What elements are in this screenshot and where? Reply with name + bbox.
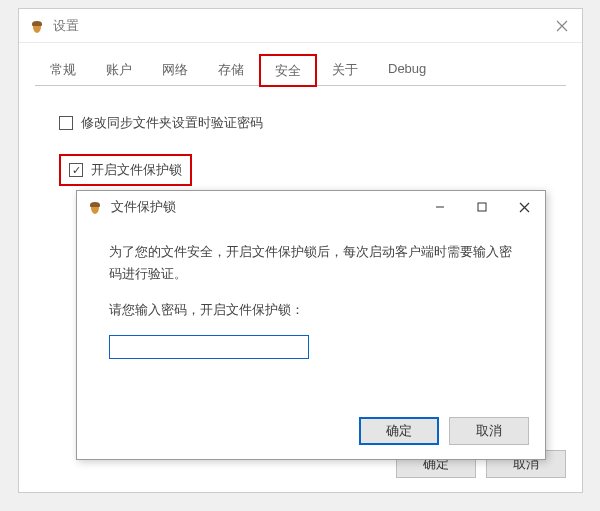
dialog-ok-button[interactable]: 确定 [359,417,439,445]
dialog-body: 为了您的文件安全，开启文件保护锁后，每次启动客户端时需要输入密码进行验证。 请您… [77,223,545,359]
close-button[interactable] [542,9,582,43]
verify-password-row: 修改同步文件夹设置时验证密码 [59,114,542,132]
dialog-titlebar: 文件保护锁 [77,191,545,223]
dialog-prompt: 请您输入密码，开启文件保护锁： [109,299,513,321]
tab-debug[interactable]: Debug [373,54,441,87]
dialog-cancel-button[interactable]: 取消 [449,417,529,445]
tab-strip: 常规 账户 网络 存储 安全 关于 Debug [19,43,582,86]
verify-password-checkbox[interactable] [59,116,73,130]
minimize-button[interactable] [419,191,461,223]
file-lock-highlight: 开启文件保护锁 [59,154,192,186]
window-controls [419,191,545,223]
file-lock-row: 开启文件保护锁 [59,154,542,186]
tab-security[interactable]: 安全 [259,54,317,87]
verify-password-label: 修改同步文件夹设置时验证密码 [81,114,263,132]
password-input-wrap [109,335,513,359]
file-lock-dialog: 文件保护锁 为了您的文件安全，开启文件保护锁后，每次启动客户端时需要输入密码进行… [76,190,546,460]
settings-titlebar: 设置 [19,9,582,43]
file-lock-label: 开启文件保护锁 [91,161,182,179]
tab-general[interactable]: 常规 [35,54,91,87]
tab-storage[interactable]: 存储 [203,54,259,87]
tab-account[interactable]: 账户 [91,54,147,87]
tab-network[interactable]: 网络 [147,54,203,87]
password-input[interactable] [109,335,309,359]
dialog-footer: 确定 取消 [359,417,529,445]
tab-about[interactable]: 关于 [317,54,373,87]
acorn-icon [87,199,103,215]
dialog-title: 文件保护锁 [111,198,176,216]
close-button[interactable] [503,191,545,223]
svg-rect-0 [478,203,486,211]
settings-title: 设置 [53,17,79,35]
file-lock-checkbox[interactable] [69,163,83,177]
dialog-description: 为了您的文件安全，开启文件保护锁后，每次启动客户端时需要输入密码进行验证。 [109,241,513,285]
acorn-icon [29,18,45,34]
maximize-button[interactable] [461,191,503,223]
